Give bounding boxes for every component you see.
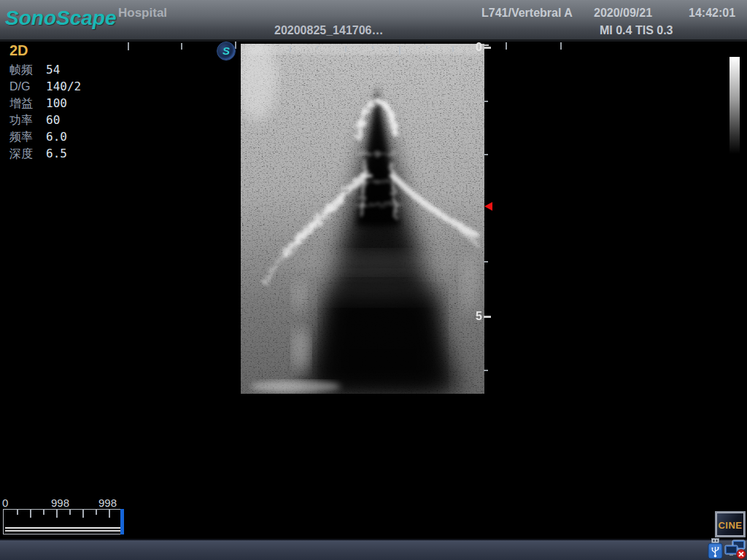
mode-2d-label: 2D [9, 42, 28, 59]
depth-ruler-zero-label: 0 [469, 41, 482, 54]
param-value: 140/2 [46, 79, 81, 93]
param-value: 6.5 [46, 147, 67, 160]
width-ruler-tick [372, 46, 374, 49]
param-row-depth: 深度6.5 [9, 145, 81, 162]
param-label: 帧频 [9, 61, 46, 78]
depth-ruler-tick-major [484, 47, 491, 49]
focus-arrow-icon[interactable] [484, 202, 492, 211]
width-ruler-tick [345, 46, 347, 52]
cine-button-label: CINE [716, 520, 744, 531]
depth-ruler-tick-minor [484, 101, 488, 102]
hospital-name: Hospital [118, 6, 167, 20]
param-row-gain: 增益100 [9, 95, 81, 112]
width-ruler-tick [399, 46, 400, 55]
param-value: 6.0 [46, 130, 67, 144]
top-ruler-tick [506, 42, 507, 50]
param-value: 100 [46, 96, 67, 110]
cine-tick [56, 510, 58, 518]
cine-tick [30, 510, 31, 518]
exam-id: 20200825_141706… [274, 24, 383, 37]
usb-device-icon[interactable] [707, 538, 724, 559]
param-value: 54 [46, 63, 60, 77]
cine-button[interactable]: CINE [715, 511, 746, 537]
mi-tis-readout: MI 0.4 TIS 0.3 [600, 24, 673, 37]
param-label: 深度 [9, 145, 46, 162]
probe-preset: L741/Vertebral A [481, 7, 573, 20]
ultrasound-screen: SonoScape Hospital 20200825_141706… L741… [0, 0, 747, 560]
cine-tick [43, 510, 44, 515]
width-ruler-tick [290, 46, 291, 52]
header-bar: SonoScape Hospital 20200825_141706… L741… [0, 0, 747, 42]
top-ruler-tick [560, 42, 562, 50]
depth-ruler-tick-minor [484, 370, 488, 371]
top-ruler-tick [181, 43, 182, 50]
param-value: 60 [46, 113, 60, 127]
top-ruler-tick [128, 42, 129, 50]
param-label: 功率 [9, 112, 46, 128]
ultrasound-b-mode-image[interactable] [241, 44, 484, 394]
cine-current-frame: 998 [51, 497, 69, 509]
width-ruler-tick [426, 46, 427, 49]
cine-tick [69, 510, 71, 515]
parameter-panel: 帧频54 D/G140/2 增益100 功率60 频率6.0 深度6.5 [9, 61, 81, 162]
cine-total-frames: 998 [98, 497, 117, 509]
param-label: 频率 [9, 128, 46, 145]
taskbar [0, 539, 747, 560]
cine-track [5, 527, 120, 532]
cine-tick [82, 510, 84, 518]
param-label: D/G [9, 78, 46, 95]
grayscale-map-bar [729, 57, 740, 154]
cine-scrubber[interactable] [3, 509, 124, 534]
param-row-framerate: 帧频54 [9, 61, 81, 78]
brand-logo: SonoScape [5, 7, 116, 30]
width-ruler-tick [317, 46, 318, 49]
cine-tick [17, 510, 18, 515]
width-ruler-line [281, 44, 489, 46]
exam-time: 14:42:01 [689, 7, 735, 20]
cine-position-marker[interactable] [120, 509, 124, 534]
param-row-dg: D/G140/2 [9, 78, 81, 95]
sonoscape-s-icon: S [217, 42, 236, 61]
cine-tick [109, 510, 110, 518]
param-label: 增益 [9, 95, 46, 112]
param-row-frequency: 频率6.0 [9, 128, 81, 145]
exam-date: 2020/09/21 [594, 7, 652, 20]
depth-ruler-tick-minor [484, 261, 488, 262]
cine-start-label: 0 [2, 497, 8, 509]
width-ruler-tick [452, 46, 454, 52]
network-disconnected-icon[interactable] [724, 540, 747, 559]
depth-ruler-tick-major [484, 316, 491, 318]
depth-ruler-tick-minor [484, 154, 488, 155]
param-row-power: 功率60 [9, 112, 81, 128]
depth-ruler-five-label: 5 [469, 310, 482, 323]
cine-tick [96, 510, 97, 515]
